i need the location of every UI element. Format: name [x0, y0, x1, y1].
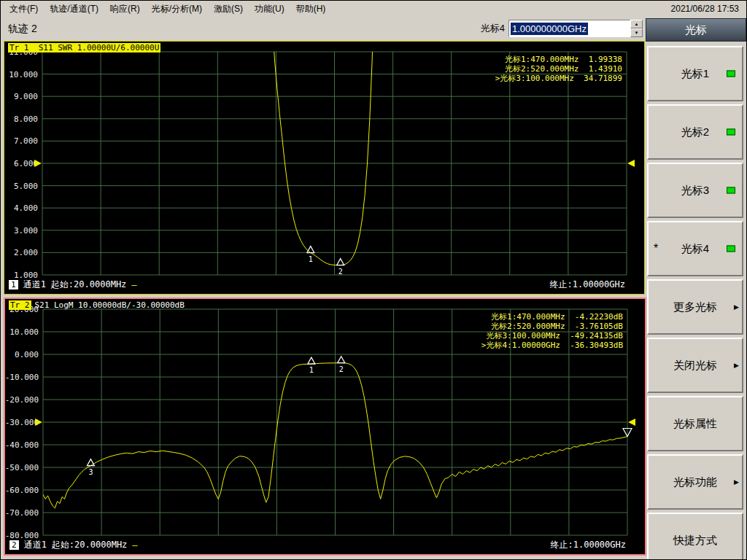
channel-label: 通道1	[24, 539, 47, 551]
sidebar: 光标1光标2光标3*光标4更多光标▶关闭光标▶光标属性光标功能▶快捷方式	[646, 46, 745, 559]
marker-readout-line: 光标2:520.000MHz -3.76105dB	[481, 322, 623, 331]
stop-frequency: 终止:1.00000GHz	[551, 539, 626, 551]
softkey-label: 光标1	[681, 67, 709, 81]
y-tick-label: -10.000	[5, 373, 39, 382]
softkey-button-光标属性[interactable]: 光标属性	[647, 396, 743, 451]
toolbar: 轨迹 2 光标4 1.000000000GHz ▲ ▼	[1, 17, 646, 40]
y-tick-label: 7.000	[14, 136, 38, 146]
marker-3-symbol[interactable]	[87, 459, 94, 466]
menu-item[interactable]: 文件(F)	[4, 1, 44, 17]
sweep-indicator: —	[132, 540, 137, 551]
channel-status-bar: 2 通道1 起始:20.0000MHz — 终止:1.00000GHz	[9, 539, 626, 551]
led-indicator	[727, 246, 735, 252]
y-tick-label: 9.000	[14, 92, 38, 101]
marker-readouts: 光标1:470.000MHz 1.99338光标2:520.000MHz 1.4…	[495, 55, 622, 83]
trace2-window[interactable]: Tr 2S21 LogM 10.00000dB/-30.00000dB 光标1:…	[4, 298, 646, 556]
softkey-label: 更多光标	[673, 300, 717, 314]
y-tick-label: -50.000	[5, 463, 39, 472]
softkey-button-光标4[interactable]: *光标4	[647, 221, 743, 276]
softkey-menu-title: 光标	[646, 18, 746, 42]
channel-number-box: 1	[9, 280, 18, 289]
trace1-title: Tr 1 S11 SWR 1.00000U/6.00000U	[8, 43, 164, 52]
reference-level-arrow-right	[628, 419, 635, 426]
marker-readout-line: >光标4:1.00000GHz -36.30493dB	[481, 341, 623, 350]
led-indicator	[727, 71, 735, 77]
marker-frequency-entry: 光标4 1.000000000GHz ▲ ▼	[481, 20, 643, 37]
marker-frequency-input[interactable]: 1.000000000GHz	[508, 20, 630, 37]
y-tick-label: -70.000	[5, 508, 39, 518]
softkey-label: 光标4	[681, 242, 709, 256]
y-tick-label: 0.000	[15, 350, 39, 359]
marker-readouts: 光标1:470.000MHz -4.22230dB光标2:520.000MHz …	[481, 312, 623, 350]
marker-readout-line: 光标1:470.000MHz -4.22230dB	[481, 312, 623, 322]
submenu-arrow-icon: ▶	[734, 362, 739, 369]
channel-number-box: 2	[9, 540, 19, 550]
marker-3-number: 3	[88, 468, 93, 476]
menu-item[interactable]: 光标/分析(M)	[146, 1, 208, 17]
reference-level-arrow-left	[34, 160, 42, 167]
marker-readout-line: 光标2:520.000MHz 1.43910	[495, 64, 622, 74]
marker-readout-line: 光标3:100.000MHz -49.24135dB	[481, 331, 623, 341]
led-indicator	[727, 129, 735, 136]
softkey-label: 光标2	[681, 125, 709, 139]
menu-item[interactable]: 帮助(H)	[290, 1, 332, 17]
softkey-label: 光标功能	[673, 475, 717, 489]
softkey-label: 关闭光标	[673, 359, 717, 373]
reference-level-arrow-left	[35, 419, 42, 426]
start-frequency: 起始:20.0000MHz	[51, 279, 126, 291]
step-down-button[interactable]: ▼	[630, 28, 643, 37]
led-indicator	[727, 187, 735, 194]
y-tick-label: 5.000	[14, 182, 38, 191]
softkey-label: 光标3	[681, 184, 709, 198]
softkey-button-光标1[interactable]: 光标1	[647, 46, 743, 101]
menu-bar-items: 文件(F)轨迹/通道(T)响应(R)光标/分析(M)激励(S)功能(U)帮助(H…	[4, 1, 331, 17]
trace2-title-highlight: Tr 2	[9, 300, 31, 310]
marker-1-symbol[interactable]	[308, 357, 315, 364]
marker-readout-line: 光标1:470.000MHz 1.99338	[495, 55, 622, 64]
menu-item[interactable]: 响应(R)	[104, 1, 146, 17]
channel-status-bar: 1 通道1 起始:20.0000MHz — 终止:1.00000GHz	[9, 279, 625, 291]
marker-1-symbol[interactable]	[307, 246, 314, 253]
active-marker-star: *	[654, 242, 658, 255]
trace1-title-highlight: Tr 1 S11 SWR 1.00000U/6.00000U	[8, 43, 160, 52]
y-tick-label: 10.000	[9, 70, 38, 79]
datetime: 2021/06/28 17:53	[671, 4, 746, 14]
y-tick-label: -30.000	[5, 418, 39, 427]
marker-2-number: 2	[338, 268, 343, 276]
softkey-button-光标2[interactable]: 光标2	[647, 104, 743, 160]
menu-item[interactable]: 功能(U)	[249, 1, 290, 17]
y-tick-label: -60.000	[5, 486, 39, 495]
menu-bar: 文件(F)轨迹/通道(T)响应(R)光标/分析(M)激励(S)功能(U)帮助(H…	[1, 1, 746, 17]
active-trace-label: 轨迹 2	[8, 23, 37, 36]
trace2-title: Tr 2S21 LogM 10.00000dB/-30.00000dB	[9, 300, 185, 310]
y-tick-label: -40.000	[5, 440, 39, 450]
submenu-arrow-icon: ▶	[734, 303, 739, 311]
stop-frequency: 终止:1.00000GHz	[550, 279, 625, 291]
y-tick-label: -20.000	[5, 395, 39, 405]
softkey-button-光标3[interactable]: 光标3	[647, 163, 743, 218]
step-up-button[interactable]: ▲	[630, 20, 643, 28]
marker-entry-label: 光标4	[481, 22, 505, 35]
marker-1-number: 1	[309, 366, 314, 374]
trace1-window[interactable]: Tr 1 S11 SWR 1.00000U/6.00000U 光标1:470.0…	[4, 41, 645, 295]
trace-line	[42, 42, 388, 265]
marker-2-symbol[interactable]	[337, 259, 344, 265]
marker-2-symbol[interactable]	[338, 357, 345, 363]
softkey-button-关闭光标[interactable]: 关闭光标▶	[647, 338, 743, 393]
softkey-button-快捷方式[interactable]: 快捷方式	[647, 513, 743, 560]
marker-frequency-value: 1.000000000GHz	[511, 23, 588, 35]
marker-2-number: 2	[339, 365, 344, 373]
sweep-indicator: —	[131, 280, 136, 290]
trace1-title-rest	[160, 43, 164, 52]
menu-item[interactable]: 激励(S)	[208, 1, 249, 17]
y-tick-label: 10.000	[9, 327, 39, 337]
reference-level-arrow-right	[627, 160, 635, 167]
softkey-button-光标功能[interactable]: 光标功能▶	[647, 454, 743, 510]
y-tick-label: 2.000	[14, 248, 38, 257]
softkey-button-更多光标[interactable]: 更多光标▶	[647, 279, 743, 335]
softkey-label: 光标属性	[673, 417, 717, 431]
menu-item[interactable]: 轨迹/通道(T)	[44, 1, 104, 17]
trace2-title-rest: S21 LogM 10.00000dB/-30.00000dB	[31, 300, 185, 310]
submenu-arrow-icon: ▶	[734, 478, 739, 486]
softkey-label: 快捷方式	[673, 534, 717, 548]
